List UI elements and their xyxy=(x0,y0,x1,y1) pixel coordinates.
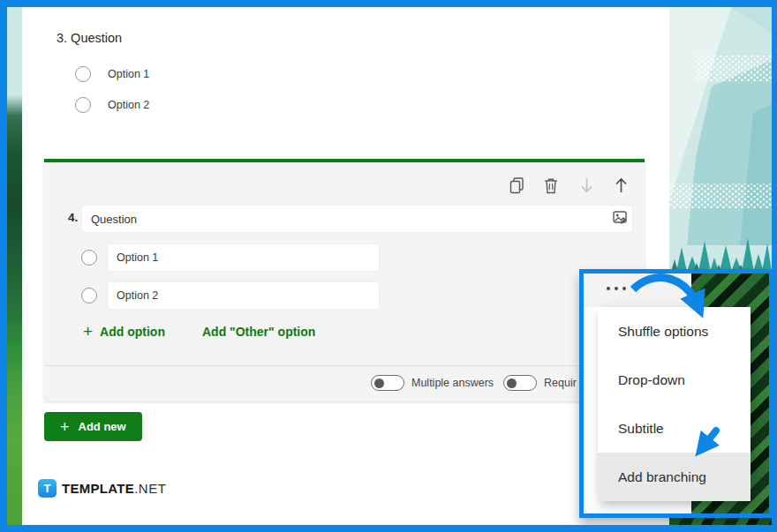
question-3-option-2-label: Option 2 xyxy=(108,99,149,111)
toggle-knob xyxy=(374,378,384,388)
multiple-answers-label: Multiple answers xyxy=(411,377,494,389)
frame-border-bottom xyxy=(0,525,777,532)
question-4-option-1-input[interactable] xyxy=(108,244,379,271)
watermark-name-suffix: .NET xyxy=(134,481,166,496)
question-4-title-input[interactable] xyxy=(82,206,632,232)
menu-item-shuffle-options[interactable]: Shuffle options xyxy=(598,307,751,356)
more-options-icon xyxy=(607,287,610,290)
toggle-knob xyxy=(507,378,517,388)
multiple-answers-toggle[interactable] xyxy=(371,375,404,391)
question-4-option-2-input[interactable] xyxy=(108,282,379,309)
move-question-down-button[interactable] xyxy=(577,176,596,195)
copy-question-button[interactable] xyxy=(507,176,526,195)
inset-card-footer-fragment xyxy=(584,273,691,307)
theme-illustration xyxy=(669,7,772,272)
add-option-row: + Add option Add "Other" option xyxy=(83,325,315,339)
question-4-editor-card: 4. + Add option Add "Other" option Multi… xyxy=(44,159,645,401)
menu-item-drop-down[interactable]: Drop-down xyxy=(598,356,751,404)
add-other-option-link[interactable]: Add "Other" option xyxy=(202,325,315,339)
frame-border-left xyxy=(0,0,7,532)
copy-icon xyxy=(509,177,524,194)
more-options-icon xyxy=(622,287,626,290)
more-options-button[interactable] xyxy=(607,287,626,290)
required-toggle[interactable] xyxy=(503,375,537,391)
card-footer-divider xyxy=(44,365,645,366)
template-net-logo-icon: T xyxy=(38,479,57,498)
zoom-inset-panel: Shuffle options Drop-down Subtitle Add b… xyxy=(579,269,773,518)
question-options-menu: Shuffle options Drop-down Subtitle Add b… xyxy=(598,307,751,501)
required-label: Requir xyxy=(544,377,577,389)
add-new-button[interactable]: + Add new xyxy=(44,412,142,441)
question-3-option-1-label: Option 1 xyxy=(108,68,149,80)
menu-item-add-branching[interactable]: Add branching xyxy=(598,453,751,501)
frame-border-top xyxy=(0,0,777,7)
watermark-name-bold: TEMPLATE xyxy=(62,481,134,496)
question-4-number: 4. xyxy=(68,211,78,224)
teal-landscape-art xyxy=(669,7,772,272)
question-4-option-2-radio[interactable] xyxy=(81,288,97,303)
more-options-icon xyxy=(615,287,618,290)
question-4-option-1-radio[interactable] xyxy=(81,250,97,266)
question-3-option-1-radio[interactable] xyxy=(75,66,91,82)
trash-icon xyxy=(544,177,558,194)
add-new-label: Add new xyxy=(79,420,126,433)
move-up-icon xyxy=(615,177,628,193)
question-3-option-2-radio[interactable] xyxy=(75,97,91,113)
insert-image-icon xyxy=(613,211,630,226)
template-net-watermark: T TEMPLATE.NET xyxy=(38,479,166,498)
plus-icon: + xyxy=(60,419,70,435)
move-down-icon xyxy=(580,177,593,193)
theme-image-left-strip xyxy=(7,7,22,525)
question-3-title: 3. Question xyxy=(57,31,122,45)
plus-icon: + xyxy=(83,326,93,338)
delete-question-button[interactable] xyxy=(541,176,561,195)
insert-image-button[interactable] xyxy=(613,211,630,227)
frame-border-right xyxy=(772,0,777,532)
add-option-link[interactable]: Add option xyxy=(100,325,165,339)
menu-item-subtitle[interactable]: Subtitle xyxy=(598,404,751,453)
move-question-up-button[interactable] xyxy=(611,176,630,195)
